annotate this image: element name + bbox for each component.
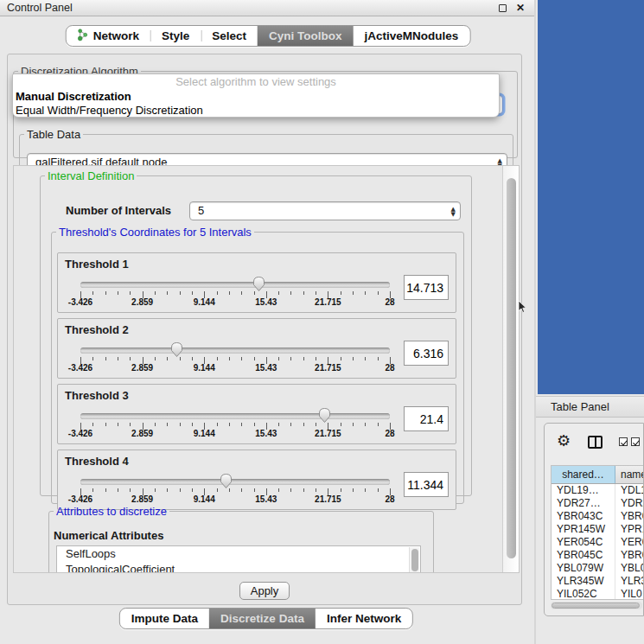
attribute-item-topologicalcoefficient[interactable]: TopologicalCoefficient <box>57 562 420 572</box>
table-row[interactable]: YBR045CYBR0 <box>552 549 644 562</box>
slider-tick <box>229 291 230 295</box>
algorithm-option-manual-discretization[interactable]: Manual Discretization <box>13 90 499 104</box>
threshold-value-input[interactable] <box>404 406 449 431</box>
table-hscrollbar-thumb[interactable] <box>552 603 640 609</box>
table-row[interactable]: YBL079WYBL0 <box>552 562 644 575</box>
attributes-list-scrollbar[interactable] <box>409 547 419 572</box>
threshold-value-input[interactable] <box>404 341 449 366</box>
attribute-item-selfloops[interactable]: SelfLoops <box>57 546 420 562</box>
table-row[interactable]: YLR345WYLR3 <box>552 575 644 588</box>
slider-tick <box>278 423 279 426</box>
cell-shared-name: YDR27… <box>552 497 615 510</box>
settings-scrollbar-thumb[interactable] <box>507 178 516 558</box>
cell-shared-name: YER054C <box>552 536 615 549</box>
slider-tick <box>353 488 354 492</box>
tab-infer-network[interactable]: Infer Network <box>316 609 412 628</box>
table-row[interactable]: YBR043CYBR0 <box>552 510 644 523</box>
table-row[interactable]: YDL19…YDL1 <box>552 484 644 497</box>
slider-tick <box>180 291 181 295</box>
threshold-slider-handle[interactable] <box>318 407 331 424</box>
close-icon[interactable]: ✕ <box>514 2 526 15</box>
slider-tick <box>155 423 156 426</box>
slider-tick <box>167 423 168 426</box>
checkbox-icon[interactable] <box>631 437 640 446</box>
slider-tick-label: 21.715 <box>315 297 341 307</box>
table-horizontal-scrollbar[interactable] <box>551 602 642 609</box>
threshold-label: Threshold 4 <box>65 455 129 468</box>
threshold-slider-track[interactable] <box>80 413 390 419</box>
slider-tick <box>303 291 304 295</box>
slider-tick <box>92 291 93 295</box>
tab-jactivemnodules[interactable]: jActiveMNodules <box>354 26 470 46</box>
table-row[interactable]: YDR27…YDR2 <box>552 497 644 510</box>
slider-tick <box>217 488 218 492</box>
threshold-value-input[interactable] <box>404 472 449 497</box>
slider-tick <box>290 357 291 360</box>
slider-tick-label: 15.43 <box>255 494 277 504</box>
slider-tick <box>303 357 304 360</box>
threshold-value-input[interactable] <box>404 275 449 300</box>
slider-tick <box>105 423 106 426</box>
float-window-icon[interactable] <box>499 4 507 12</box>
threshold-slider-track[interactable] <box>80 282 390 288</box>
split-columns-icon[interactable] <box>588 436 603 449</box>
table-row[interactable]: YIL052CYIL0 <box>552 588 644 600</box>
slider-tick <box>254 357 255 360</box>
tab-network[interactable]: Network <box>67 26 150 46</box>
column-header-name[interactable]: name <box>615 466 644 483</box>
slider-tick-label: 15.43 <box>255 297 277 307</box>
algorithm-option-equal-width-frequency-discretization[interactable]: Equal Width/Frequency Discretization <box>13 104 499 118</box>
slider-tick <box>278 291 279 295</box>
slider-tick <box>353 357 354 360</box>
interval-definition-group-title: Interval Definition <box>45 169 137 182</box>
slider-tick <box>303 488 304 492</box>
threshold-slider-handle[interactable] <box>252 276 265 292</box>
table-header-row: shared… name <box>552 466 644 484</box>
threshold-panel-3: Threshold 3-3.4262.8599.14415.4321.71528 <box>57 384 456 444</box>
threshold-slider-handle[interactable] <box>170 341 183 358</box>
threshold-slider-track[interactable] <box>80 348 390 354</box>
threshold-slider-handle[interactable] <box>220 473 233 489</box>
tab-cyni-toolbox[interactable]: Cyni Toolbox <box>258 26 354 46</box>
threshold-label: Threshold 3 <box>65 389 129 402</box>
tab-separator <box>150 30 151 41</box>
apply-button[interactable]: Apply <box>239 582 290 600</box>
tab-select[interactable]: Select <box>201 26 258 46</box>
numerical-attributes-list[interactable]: SelfLoopsTopologicalCoefficientBetweenne… <box>56 545 421 572</box>
slider-tick <box>130 488 131 492</box>
slider-tick <box>105 357 106 360</box>
interval-definition-group: Interval Definition Number of Intervals … <box>40 169 472 496</box>
gear-icon[interactable]: ⚙ <box>557 433 571 449</box>
thresholds-group-title: Threshold's Coordinates for 5 Intervals <box>56 226 254 239</box>
threshold-panel-4: Threshold 4-3.4262.8599.14415.4321.71528 <box>57 450 456 510</box>
slider-tick <box>241 291 242 295</box>
tab-style[interactable]: Style <box>150 26 201 46</box>
table-data-group: Table Data galFiltered.sif default node … <box>19 128 513 168</box>
slider-tick <box>92 357 93 360</box>
slider-tick <box>353 423 354 426</box>
cell-name: YIL0 <box>615 588 644 600</box>
tab-discretize-data[interactable]: Discretize Data <box>209 609 316 628</box>
tab-impute-data[interactable]: Impute Data <box>120 609 209 628</box>
cell-name: YER0 <box>615 536 644 549</box>
slider-tick <box>217 357 218 360</box>
settings-vertical-scrollbar[interactable] <box>502 166 519 572</box>
threshold-slider-track[interactable] <box>80 479 390 485</box>
table-data-group-title: Table Data <box>24 128 83 141</box>
attributes-list-scrollbar-thumb[interactable] <box>411 549 418 571</box>
slider-tick <box>378 488 379 492</box>
table-row[interactable]: YPR145WYPR1 <box>552 523 644 536</box>
slider-tick <box>316 357 316 360</box>
table-row[interactable]: YER054CYER0 <box>552 536 644 549</box>
column-header-shared-name[interactable]: shared… <box>552 466 615 483</box>
slider-tick <box>278 488 279 492</box>
thresholds-group: Threshold's Coordinates for 5 Intervals … <box>51 226 464 504</box>
top-tab-bar: NetworkStyleSelectCyni ToolboxjActiveMNo… <box>66 25 471 47</box>
slider-tick-label: -3.426 <box>68 494 92 504</box>
number-of-intervals-combobox[interactable]: 5 ▲▼ <box>189 201 461 220</box>
checkbox-icon[interactable] <box>619 437 628 446</box>
slider-tick <box>167 357 168 360</box>
tab-label: Infer Network <box>327 612 401 625</box>
slider-tick <box>217 291 218 295</box>
slider-tick <box>290 423 291 426</box>
